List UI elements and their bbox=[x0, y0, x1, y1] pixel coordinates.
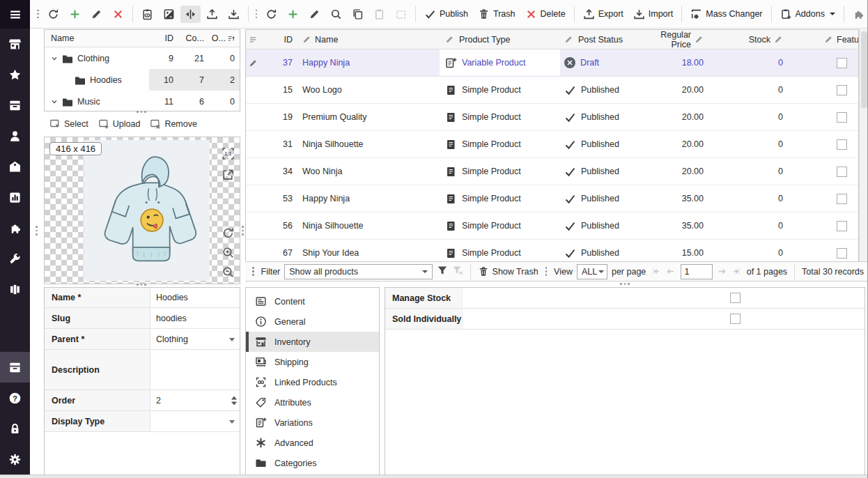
select-image-button[interactable]: Select bbox=[49, 118, 88, 130]
header-featured[interactable]: Featured bbox=[816, 35, 859, 45]
add-product-button[interactable] bbox=[283, 6, 303, 23]
sidebar-item-products[interactable] bbox=[0, 90, 30, 121]
table-row[interactable]: 19 Premium Quality Simple Product Publis… bbox=[246, 104, 858, 131]
upload-image-button-2[interactable]: Upload bbox=[98, 118, 141, 130]
sidebar-item-help[interactable]: ? bbox=[0, 383, 30, 413]
header-regular-price[interactable]: Regular Price bbox=[645, 30, 739, 49]
tab-linked-products[interactable]: Linked Products bbox=[246, 372, 379, 392]
sidebar-item-products-active[interactable] bbox=[0, 352, 30, 383]
edit-image-button[interactable] bbox=[159, 6, 179, 23]
upload-image-button[interactable] bbox=[202, 6, 222, 23]
edit-product-button[interactable] bbox=[304, 6, 325, 23]
featured-checkbox[interactable] bbox=[837, 112, 847, 123]
mass-changer-button[interactable]: Mass Changer bbox=[686, 6, 766, 23]
slug-field[interactable]: hoodies bbox=[150, 308, 240, 328]
trash-button[interactable]: Trash bbox=[474, 6, 520, 23]
chevron-expanded-icon[interactable] bbox=[51, 55, 58, 62]
sidebar-item-settings[interactable] bbox=[0, 444, 30, 475]
bottom-scrollbar[interactable] bbox=[0, 475, 868, 478]
apply-filter-button[interactable] bbox=[437, 265, 448, 278]
featured-checkbox[interactable] bbox=[837, 139, 847, 150]
splitter-handle[interactable] bbox=[36, 226, 38, 236]
sidebar-item-orders[interactable] bbox=[0, 151, 30, 182]
featured-checkbox[interactable] bbox=[837, 248, 847, 259]
header-post-status[interactable]: Post Status bbox=[560, 35, 645, 45]
featured-checkbox[interactable] bbox=[837, 194, 847, 204]
sidebar-item-views[interactable] bbox=[0, 274, 30, 304]
edit-category-button[interactable] bbox=[86, 6, 107, 23]
sidebar-item-statistics[interactable] bbox=[0, 182, 30, 213]
header-id[interactable]: ID bbox=[260, 35, 297, 45]
display-type-select[interactable] bbox=[150, 411, 240, 431]
sold-individually-checkbox[interactable] bbox=[730, 314, 741, 324]
tree-header-count[interactable]: Co... bbox=[178, 30, 209, 47]
select-mode-button[interactable] bbox=[391, 6, 411, 23]
tab-categories[interactable]: Categories bbox=[246, 453, 379, 473]
split-view-button[interactable] bbox=[180, 6, 201, 23]
filter-kebab-icon[interactable] bbox=[249, 264, 257, 279]
tab-content[interactable]: Content bbox=[246, 291, 379, 311]
first-page-button[interactable] bbox=[650, 265, 661, 278]
prev-page-button[interactable] bbox=[665, 265, 676, 278]
hamburger-menu-button[interactable] bbox=[0, 0, 30, 29]
delete-category-button[interactable] bbox=[108, 6, 128, 23]
featured-checkbox[interactable] bbox=[837, 167, 847, 177]
order-stepper[interactable]: 2 bbox=[150, 390, 240, 410]
table-row[interactable]: 31 Ninja Silhouette Simple Product Publi… bbox=[246, 131, 858, 158]
addons-button[interactable]: Addons bbox=[776, 6, 839, 23]
sidebar-item-addons[interactable] bbox=[0, 213, 30, 243]
import-button[interactable]: Import bbox=[629, 6, 677, 23]
header-stock[interactable]: Stock bbox=[739, 35, 816, 45]
table-row[interactable]: 56 Ninja Silhouette Simple Product Publi… bbox=[246, 213, 858, 240]
actual-size-button[interactable]: 1:1 bbox=[220, 146, 235, 161]
featured-checkbox[interactable] bbox=[837, 85, 847, 95]
tab-shipping[interactable]: Shipping bbox=[246, 352, 379, 372]
show-trash-button[interactable]: Show Trash bbox=[478, 266, 538, 277]
spinner-icons[interactable] bbox=[231, 396, 237, 405]
pager-kebab-icon[interactable] bbox=[543, 264, 550, 279]
featured-checkbox[interactable] bbox=[837, 58, 847, 68]
splitter-handle[interactable] bbox=[137, 284, 146, 286]
manage-stock-checkbox[interactable] bbox=[730, 293, 741, 303]
tree-header-order[interactable]: O... bbox=[209, 30, 240, 47]
name-field[interactable]: Hoodies bbox=[150, 288, 240, 307]
row-indicator-header[interactable] bbox=[246, 30, 260, 49]
table-row[interactable]: 34 Woo Ninja Simple Product Published 20… bbox=[246, 158, 858, 185]
toolbar-kebab-icon[interactable] bbox=[34, 7, 42, 22]
header-name[interactable]: Name bbox=[297, 35, 440, 45]
preview-image-button[interactable] bbox=[137, 6, 157, 23]
filter-select[interactable]: Show all products bbox=[284, 264, 432, 279]
tab-general[interactable]: General bbox=[246, 311, 379, 332]
per-page-select[interactable]: ALL bbox=[577, 264, 607, 279]
tree-header-id[interactable]: ID bbox=[149, 30, 178, 47]
tree-row-clothing[interactable]: Clothing 9 21 0 bbox=[45, 47, 240, 69]
splitter-handle[interactable] bbox=[242, 226, 244, 236]
splitter-handle[interactable] bbox=[620, 283, 630, 285]
refresh-products-button[interactable] bbox=[261, 6, 281, 23]
scrollbar-thumb[interactable] bbox=[861, 31, 867, 108]
tab-attributes[interactable]: Attributes bbox=[246, 392, 379, 413]
sidebar-item-license[interactable] bbox=[0, 413, 30, 444]
sidebar-item-tools[interactable] bbox=[0, 243, 30, 274]
open-external-button[interactable] bbox=[220, 167, 235, 182]
zoom-in-button[interactable] bbox=[220, 245, 235, 260]
last-page-button[interactable] bbox=[731, 265, 743, 278]
remove-image-button[interactable]: Remove bbox=[150, 118, 197, 130]
header-product-type[interactable]: Product Type bbox=[440, 30, 560, 49]
reports-button[interactable]: Reports bbox=[848, 6, 868, 23]
description-field[interactable] bbox=[150, 350, 240, 390]
tab-inventory[interactable]: Inventory bbox=[246, 332, 379, 352]
tree-row-hoodies[interactable]: Hoodies 10 7 2 bbox=[45, 69, 240, 91]
add-category-button[interactable] bbox=[65, 6, 85, 23]
chevron-expanded-icon[interactable] bbox=[51, 98, 58, 105]
featured-checkbox[interactable] bbox=[837, 221, 847, 231]
tab-variations[interactable]: Variations bbox=[246, 413, 379, 433]
rotate-button[interactable] bbox=[220, 225, 235, 240]
download-image-button[interactable] bbox=[224, 6, 244, 23]
clear-filter-button[interactable] bbox=[452, 265, 463, 278]
table-row[interactable]: 15 Woo Logo Simple Product Published 20.… bbox=[246, 77, 858, 104]
sidebar-item-customers[interactable] bbox=[0, 121, 30, 151]
table-row[interactable]: 53 Happy Ninja Simple Product Published … bbox=[246, 185, 858, 213]
paste-button[interactable] bbox=[369, 6, 389, 23]
export-button[interactable]: Export bbox=[579, 6, 628, 23]
